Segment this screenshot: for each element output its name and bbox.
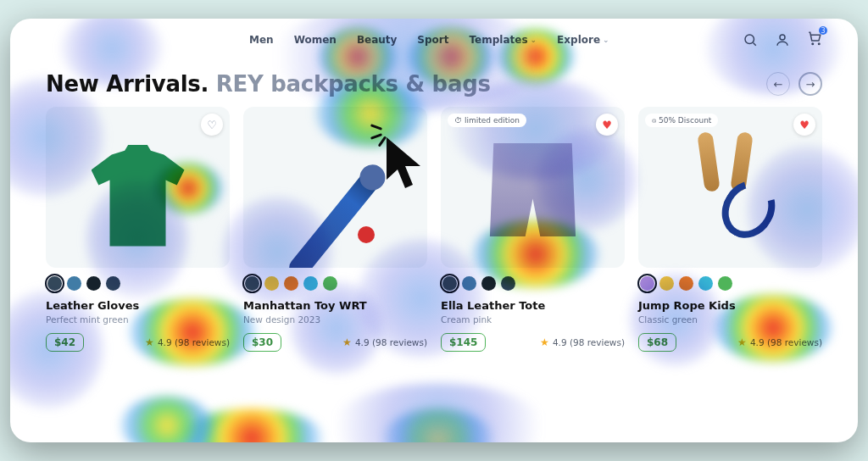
color-swatch[interactable] (106, 276, 120, 291)
carousel-next-button[interactable]: → (798, 72, 822, 96)
product-name: Ella Leather Tote (441, 299, 625, 312)
product-card[interactable]: ⌾50% Discount ♥ Jump Rope Kids Classic g… (638, 107, 822, 352)
color-swatch[interactable] (698, 276, 713, 291)
star-icon: ★ (540, 336, 549, 348)
product-rating: ★4.9 (98 reviews) (737, 336, 822, 348)
product-name: Leather Gloves (46, 299, 230, 312)
product-rating: ★4.9 (98 reviews) (540, 336, 625, 348)
svg-point-0 (745, 35, 754, 44)
svg-point-2 (812, 43, 814, 45)
color-swatches (640, 276, 821, 291)
color-swatch[interactable] (462, 276, 476, 291)
product-subtitle: Perfect mint green (46, 314, 230, 325)
product-image: ⌾50% Discount ♥ (638, 107, 822, 268)
heart-icon[interactable]: ♡ (201, 114, 223, 136)
product-image: ♡ (46, 107, 230, 268)
product-image (243, 107, 427, 268)
top-nav: Men Women Beauty Sport Templates⌄ Explor… (10, 19, 858, 53)
product-name: Manhattan Toy WRT (243, 299, 427, 312)
color-swatches (245, 276, 426, 291)
product-image: ⏱limited edition ♥ (441, 107, 625, 268)
product-rating: ★4.9 (98 reviews) (145, 336, 230, 348)
search-icon[interactable] (743, 32, 758, 47)
color-swatch[interactable] (245, 276, 259, 291)
color-swatch[interactable] (264, 276, 279, 291)
heart-icon[interactable]: ♥ (793, 114, 815, 136)
color-swatch[interactable] (679, 276, 693, 291)
product-rating: ★4.9 (98 reviews) (342, 336, 427, 348)
color-swatch[interactable] (640, 276, 654, 291)
product-name: Jump Rope Kids (638, 299, 822, 312)
product-card[interactable]: ♡ Leather Gloves Perfect mint green $42 … (46, 107, 230, 352)
clock-icon: ⏱ (454, 116, 462, 125)
nav-men[interactable]: Men (249, 34, 274, 46)
star-icon: ★ (145, 336, 154, 348)
star-icon: ★ (342, 336, 352, 348)
color-swatches (47, 276, 228, 291)
color-swatch[interactable] (284, 276, 298, 291)
color-swatch[interactable] (442, 276, 457, 291)
product-price: $30 (243, 333, 281, 352)
cart-button[interactable]: 3 (807, 31, 822, 49)
product-card[interactable]: ⏱limited edition ♥ Ella Leather Tote Cre… (441, 107, 625, 352)
nav-templates[interactable]: Templates⌄ (470, 34, 537, 46)
nav-explore[interactable]: Explore⌄ (557, 34, 609, 46)
nav-center: Men Women Beauty Sport Templates⌄ Explor… (249, 34, 609, 46)
app-frame: Men Women Beauty Sport Templates⌄ Explor… (10, 19, 858, 442)
product-subtitle: Cream pink (441, 314, 625, 325)
hero-title: New Arrivals. REY backpacks & bags (46, 71, 491, 97)
color-swatch[interactable] (501, 276, 515, 291)
product-badge: ⏱limited edition (448, 114, 526, 127)
user-icon[interactable] (775, 32, 790, 47)
nav-actions: 3 (743, 31, 822, 49)
svg-point-3 (819, 43, 821, 45)
heart-icon[interactable]: ♥ (596, 114, 618, 136)
star-icon: ★ (737, 336, 747, 348)
color-swatch[interactable] (718, 276, 732, 291)
svg-point-1 (780, 35, 785, 40)
tag-icon: ⌾ (652, 116, 656, 125)
color-swatch[interactable] (659, 276, 674, 291)
product-badge: ⌾50% Discount (645, 114, 718, 127)
nav-women[interactable]: Women (294, 34, 337, 46)
product-price: $68 (638, 333, 676, 352)
product-card[interactable]: Manhattan Toy WRT New design 2023 $30 ★4… (243, 107, 427, 352)
color-swatch[interactable] (303, 276, 318, 291)
chevron-down-icon: ⌄ (531, 36, 537, 44)
color-swatch[interactable] (481, 276, 496, 291)
carousel-arrows: ← → (766, 72, 822, 96)
cart-badge: 3 (819, 26, 827, 35)
color-swatch[interactable] (86, 276, 101, 291)
product-subtitle: New design 2023 (243, 314, 427, 325)
nav-sport[interactable]: Sport (417, 34, 448, 46)
color-swatch[interactable] (323, 276, 337, 291)
color-swatches (442, 276, 623, 291)
product-grid: ♡ Leather Gloves Perfect mint green $42 … (10, 107, 858, 352)
carousel-prev-button[interactable]: ← (766, 72, 790, 96)
color-swatch[interactable] (47, 276, 62, 291)
hero-row: New Arrivals. REY backpacks & bags ← → (10, 53, 858, 107)
product-price: $145 (441, 333, 486, 352)
product-price: $42 (46, 333, 84, 352)
color-swatch[interactable] (67, 276, 81, 291)
chevron-down-icon: ⌄ (603, 36, 609, 44)
product-subtitle: Classic green (638, 314, 822, 325)
nav-beauty[interactable]: Beauty (357, 34, 397, 46)
